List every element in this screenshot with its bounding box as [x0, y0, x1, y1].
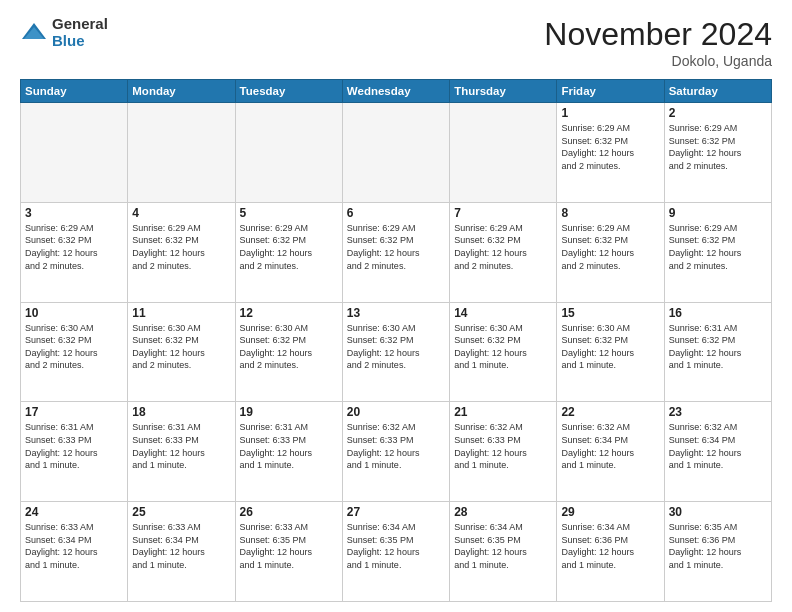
day-number: 3 — [25, 206, 123, 220]
logo-text: General Blue — [52, 16, 108, 49]
day-info: Sunrise: 6:32 AM Sunset: 6:33 PM Dayligh… — [347, 421, 445, 471]
day-info: Sunrise: 6:33 AM Sunset: 6:34 PM Dayligh… — [25, 521, 123, 571]
day-info: Sunrise: 6:29 AM Sunset: 6:32 PM Dayligh… — [132, 222, 230, 272]
title-location: Dokolo, Uganda — [544, 53, 772, 69]
day-number: 13 — [347, 306, 445, 320]
day-info: Sunrise: 6:29 AM Sunset: 6:32 PM Dayligh… — [669, 222, 767, 272]
day-info: Sunrise: 6:34 AM Sunset: 6:36 PM Dayligh… — [561, 521, 659, 571]
calendar-cell: 6Sunrise: 6:29 AM Sunset: 6:32 PM Daylig… — [342, 202, 449, 302]
day-number: 24 — [25, 505, 123, 519]
weekday-thursday: Thursday — [450, 80, 557, 103]
day-number: 12 — [240, 306, 338, 320]
calendar-cell — [128, 103, 235, 203]
weekday-wednesday: Wednesday — [342, 80, 449, 103]
calendar-cell: 27Sunrise: 6:34 AM Sunset: 6:35 PM Dayli… — [342, 502, 449, 602]
day-info: Sunrise: 6:30 AM Sunset: 6:32 PM Dayligh… — [25, 322, 123, 372]
calendar-cell: 7Sunrise: 6:29 AM Sunset: 6:32 PM Daylig… — [450, 202, 557, 302]
day-info: Sunrise: 6:29 AM Sunset: 6:32 PM Dayligh… — [669, 122, 767, 172]
day-info: Sunrise: 6:31 AM Sunset: 6:32 PM Dayligh… — [669, 322, 767, 372]
day-info: Sunrise: 6:30 AM Sunset: 6:32 PM Dayligh… — [347, 322, 445, 372]
calendar-week-4: 17Sunrise: 6:31 AM Sunset: 6:33 PM Dayli… — [21, 402, 772, 502]
calendar-cell: 29Sunrise: 6:34 AM Sunset: 6:36 PM Dayli… — [557, 502, 664, 602]
calendar-cell: 30Sunrise: 6:35 AM Sunset: 6:36 PM Dayli… — [664, 502, 771, 602]
day-number: 14 — [454, 306, 552, 320]
weekday-tuesday: Tuesday — [235, 80, 342, 103]
day-info: Sunrise: 6:30 AM Sunset: 6:32 PM Dayligh… — [454, 322, 552, 372]
day-number: 26 — [240, 505, 338, 519]
day-number: 18 — [132, 405, 230, 419]
calendar-week-2: 3Sunrise: 6:29 AM Sunset: 6:32 PM Daylig… — [21, 202, 772, 302]
day-number: 1 — [561, 106, 659, 120]
weekday-monday: Monday — [128, 80, 235, 103]
day-info: Sunrise: 6:35 AM Sunset: 6:36 PM Dayligh… — [669, 521, 767, 571]
day-info: Sunrise: 6:29 AM Sunset: 6:32 PM Dayligh… — [25, 222, 123, 272]
day-number: 21 — [454, 405, 552, 419]
calendar-cell: 23Sunrise: 6:32 AM Sunset: 6:34 PM Dayli… — [664, 402, 771, 502]
day-number: 22 — [561, 405, 659, 419]
calendar-cell: 26Sunrise: 6:33 AM Sunset: 6:35 PM Dayli… — [235, 502, 342, 602]
day-info: Sunrise: 6:34 AM Sunset: 6:35 PM Dayligh… — [347, 521, 445, 571]
day-number: 19 — [240, 405, 338, 419]
calendar-cell: 18Sunrise: 6:31 AM Sunset: 6:33 PM Dayli… — [128, 402, 235, 502]
day-number: 9 — [669, 206, 767, 220]
calendar-cell: 20Sunrise: 6:32 AM Sunset: 6:33 PM Dayli… — [342, 402, 449, 502]
calendar-cell: 13Sunrise: 6:30 AM Sunset: 6:32 PM Dayli… — [342, 302, 449, 402]
day-info: Sunrise: 6:31 AM Sunset: 6:33 PM Dayligh… — [240, 421, 338, 471]
logo-icon — [20, 19, 48, 47]
header: General Blue November 2024 Dokolo, Ugand… — [20, 16, 772, 69]
calendar-cell: 19Sunrise: 6:31 AM Sunset: 6:33 PM Dayli… — [235, 402, 342, 502]
title-block: November 2024 Dokolo, Uganda — [544, 16, 772, 69]
calendar-table: SundayMondayTuesdayWednesdayThursdayFrid… — [20, 79, 772, 602]
calendar-cell: 21Sunrise: 6:32 AM Sunset: 6:33 PM Dayli… — [450, 402, 557, 502]
day-number: 17 — [25, 405, 123, 419]
calendar-cell: 15Sunrise: 6:30 AM Sunset: 6:32 PM Dayli… — [557, 302, 664, 402]
weekday-friday: Friday — [557, 80, 664, 103]
calendar-cell: 10Sunrise: 6:30 AM Sunset: 6:32 PM Dayli… — [21, 302, 128, 402]
calendar-week-5: 24Sunrise: 6:33 AM Sunset: 6:34 PM Dayli… — [21, 502, 772, 602]
day-number: 20 — [347, 405, 445, 419]
calendar-cell: 8Sunrise: 6:29 AM Sunset: 6:32 PM Daylig… — [557, 202, 664, 302]
day-info: Sunrise: 6:29 AM Sunset: 6:32 PM Dayligh… — [240, 222, 338, 272]
calendar-cell: 5Sunrise: 6:29 AM Sunset: 6:32 PM Daylig… — [235, 202, 342, 302]
calendar-cell: 22Sunrise: 6:32 AM Sunset: 6:34 PM Dayli… — [557, 402, 664, 502]
day-info: Sunrise: 6:29 AM Sunset: 6:32 PM Dayligh… — [561, 222, 659, 272]
day-info: Sunrise: 6:29 AM Sunset: 6:32 PM Dayligh… — [561, 122, 659, 172]
day-info: Sunrise: 6:30 AM Sunset: 6:32 PM Dayligh… — [561, 322, 659, 372]
day-number: 5 — [240, 206, 338, 220]
day-number: 29 — [561, 505, 659, 519]
day-info: Sunrise: 6:29 AM Sunset: 6:32 PM Dayligh… — [454, 222, 552, 272]
day-number: 4 — [132, 206, 230, 220]
calendar-week-3: 10Sunrise: 6:30 AM Sunset: 6:32 PM Dayli… — [21, 302, 772, 402]
day-info: Sunrise: 6:32 AM Sunset: 6:34 PM Dayligh… — [561, 421, 659, 471]
day-number: 30 — [669, 505, 767, 519]
calendar-cell: 12Sunrise: 6:30 AM Sunset: 6:32 PM Dayli… — [235, 302, 342, 402]
day-number: 6 — [347, 206, 445, 220]
logo-blue: Blue — [52, 33, 108, 50]
calendar-cell: 14Sunrise: 6:30 AM Sunset: 6:32 PM Dayli… — [450, 302, 557, 402]
calendar-cell — [450, 103, 557, 203]
day-info: Sunrise: 6:32 AM Sunset: 6:33 PM Dayligh… — [454, 421, 552, 471]
calendar-cell: 28Sunrise: 6:34 AM Sunset: 6:35 PM Dayli… — [450, 502, 557, 602]
calendar-cell: 24Sunrise: 6:33 AM Sunset: 6:34 PM Dayli… — [21, 502, 128, 602]
day-number: 28 — [454, 505, 552, 519]
calendar-cell: 17Sunrise: 6:31 AM Sunset: 6:33 PM Dayli… — [21, 402, 128, 502]
day-number: 16 — [669, 306, 767, 320]
day-info: Sunrise: 6:31 AM Sunset: 6:33 PM Dayligh… — [132, 421, 230, 471]
day-number: 7 — [454, 206, 552, 220]
calendar-cell: 16Sunrise: 6:31 AM Sunset: 6:32 PM Dayli… — [664, 302, 771, 402]
calendar-cell: 11Sunrise: 6:30 AM Sunset: 6:32 PM Dayli… — [128, 302, 235, 402]
day-info: Sunrise: 6:33 AM Sunset: 6:35 PM Dayligh… — [240, 521, 338, 571]
weekday-sunday: Sunday — [21, 80, 128, 103]
day-number: 2 — [669, 106, 767, 120]
calendar-cell — [21, 103, 128, 203]
day-number: 23 — [669, 405, 767, 419]
logo-general: General — [52, 16, 108, 33]
day-info: Sunrise: 6:30 AM Sunset: 6:32 PM Dayligh… — [132, 322, 230, 372]
day-info: Sunrise: 6:30 AM Sunset: 6:32 PM Dayligh… — [240, 322, 338, 372]
calendar-week-1: 1Sunrise: 6:29 AM Sunset: 6:32 PM Daylig… — [21, 103, 772, 203]
calendar-cell: 2Sunrise: 6:29 AM Sunset: 6:32 PM Daylig… — [664, 103, 771, 203]
day-number: 11 — [132, 306, 230, 320]
calendar-cell — [235, 103, 342, 203]
day-info: Sunrise: 6:32 AM Sunset: 6:34 PM Dayligh… — [669, 421, 767, 471]
day-info: Sunrise: 6:31 AM Sunset: 6:33 PM Dayligh… — [25, 421, 123, 471]
